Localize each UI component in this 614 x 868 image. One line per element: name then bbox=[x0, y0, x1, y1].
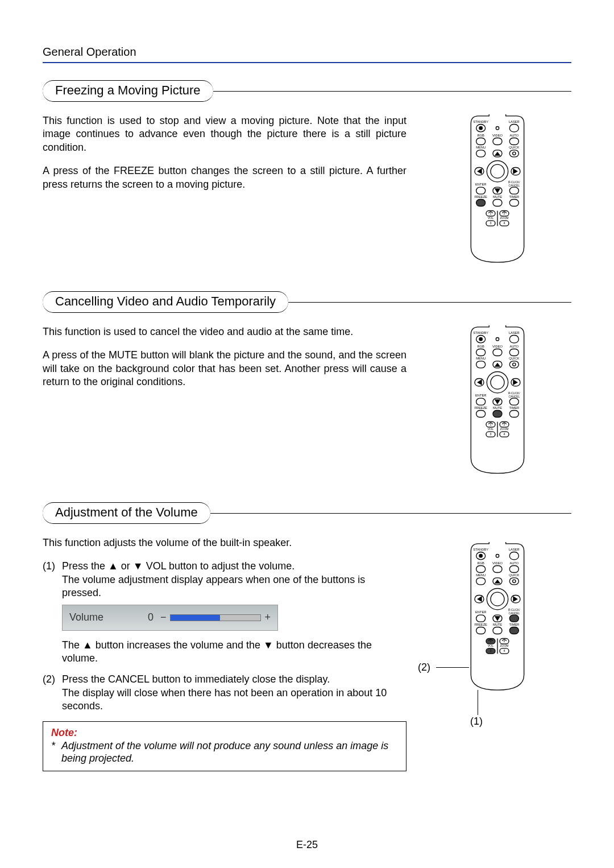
svg-point-102 bbox=[491, 592, 504, 606]
svg-text:CANCEL: CANCEL bbox=[509, 395, 520, 398]
section-3-intro: This function adjusts the volume of the … bbox=[43, 536, 406, 549]
svg-rect-9 bbox=[509, 150, 518, 157]
svg-text:3: 3 bbox=[490, 433, 492, 436]
svg-rect-54 bbox=[509, 361, 518, 368]
svg-rect-95 bbox=[493, 566, 502, 573]
callout-2-label: (2) bbox=[418, 662, 430, 673]
step-1-text: Press the ▲ or ▼ VOL button to adjust th… bbox=[62, 560, 406, 600]
svg-rect-50 bbox=[493, 349, 502, 356]
section-2-title: Cancelling Video and Audio Temporarily bbox=[43, 291, 288, 313]
callout-2-line bbox=[436, 667, 469, 668]
svg-rect-105 bbox=[476, 615, 486, 622]
svg-text:QUICK: QUICK bbox=[509, 146, 519, 149]
step-2-num: (2) bbox=[43, 673, 62, 713]
volume-display: Volume 0 − + bbox=[62, 605, 278, 631]
svg-text:LASER: LASER bbox=[509, 331, 520, 334]
svg-rect-51 bbox=[509, 349, 518, 356]
svg-text:RGB: RGB bbox=[477, 134, 484, 137]
svg-rect-96 bbox=[509, 566, 518, 573]
page-header: General Operation bbox=[43, 46, 571, 63]
volume-value: 0 bbox=[126, 611, 160, 624]
svg-text:R-CLICK/: R-CLICK/ bbox=[508, 392, 520, 395]
svg-rect-94 bbox=[476, 566, 486, 573]
remote-illustration-1: STANDBY LASER RGB VIDEO AUTO MENU QUICK … bbox=[424, 114, 571, 266]
note-star: * bbox=[51, 739, 61, 765]
svg-text:ENTER: ENTER bbox=[475, 394, 486, 398]
volume-plus: + bbox=[264, 611, 271, 624]
remote-illustration-2: STANDBY LASER RGB VIDEO AUTO MENU QUICK … bbox=[424, 325, 571, 477]
svg-rect-109 bbox=[493, 627, 502, 634]
header-label: General Operation bbox=[43, 46, 571, 59]
svg-text:TIMER: TIMER bbox=[509, 406, 519, 410]
svg-text:2: 2 bbox=[504, 639, 505, 643]
svg-rect-5 bbox=[493, 138, 502, 145]
svg-rect-65 bbox=[509, 411, 518, 418]
svg-text:FREEZE: FREEZE bbox=[474, 195, 487, 199]
section-1-title: Freezing a Moving Picture bbox=[43, 80, 213, 102]
svg-text:FREEZE: FREEZE bbox=[474, 623, 487, 626]
note-title: Note: bbox=[51, 726, 398, 739]
section-2-p2: A press of the MUTE button will blank th… bbox=[43, 349, 406, 388]
section-1-p1: This function is used to stop and view a… bbox=[43, 114, 406, 154]
svg-text:VOL: VOL bbox=[488, 216, 493, 220]
svg-rect-20 bbox=[509, 200, 518, 206]
callout-1-label: (1) bbox=[470, 716, 483, 728]
svg-text:RGB: RGB bbox=[477, 561, 484, 565]
svg-text:CANCEL: CANCEL bbox=[509, 184, 520, 187]
svg-rect-15 bbox=[476, 187, 486, 194]
svg-text:ZOOM: ZOOM bbox=[500, 427, 508, 431]
svg-text:AUTO: AUTO bbox=[509, 345, 518, 348]
svg-text:3: 3 bbox=[490, 650, 492, 653]
section-2-body: This function is used to cancel the vide… bbox=[43, 325, 571, 477]
svg-text:STANDBY: STANDBY bbox=[473, 548, 488, 551]
svg-text:2: 2 bbox=[504, 212, 505, 215]
svg-text:TIMER: TIMER bbox=[509, 623, 519, 626]
svg-text:VOL: VOL bbox=[488, 644, 493, 647]
svg-text:1: 1 bbox=[490, 423, 492, 426]
svg-text:STANDBY: STANDBY bbox=[473, 120, 488, 123]
svg-point-46 bbox=[479, 338, 482, 341]
svg-text:4: 4 bbox=[504, 433, 505, 436]
svg-text:MUTE: MUTE bbox=[493, 623, 502, 626]
section-3-title: Adjustment of the Volume bbox=[43, 502, 210, 524]
svg-text:MENU: MENU bbox=[476, 573, 486, 577]
svg-point-91 bbox=[479, 555, 482, 557]
section-3-body: This function adjusts the volume of the … bbox=[43, 536, 571, 771]
svg-text:RGB: RGB bbox=[477, 345, 484, 348]
svg-rect-18 bbox=[476, 200, 486, 206]
section-1-p2: A press of the FREEZE button changes the… bbox=[43, 164, 406, 191]
svg-point-12 bbox=[491, 164, 504, 178]
svg-text:MUTE: MUTE bbox=[493, 195, 502, 199]
svg-text:QUICK: QUICK bbox=[509, 573, 519, 577]
svg-text:VIDEO: VIDEO bbox=[492, 561, 503, 565]
svg-rect-52 bbox=[476, 361, 486, 368]
svg-rect-108 bbox=[476, 627, 486, 634]
svg-rect-63 bbox=[476, 411, 486, 418]
svg-text:VIDEO: VIDEO bbox=[492, 134, 503, 137]
svg-text:ZOOM: ZOOM bbox=[500, 216, 508, 220]
svg-point-92 bbox=[496, 555, 499, 557]
svg-text:MENU: MENU bbox=[476, 357, 486, 360]
svg-text:LASER: LASER bbox=[509, 548, 520, 551]
svg-text:R-CLICK/: R-CLICK/ bbox=[508, 609, 520, 612]
section-2-heading: Cancelling Video and Audio Temporarily bbox=[43, 291, 571, 313]
volume-bar-track bbox=[170, 614, 262, 621]
callout-1-line bbox=[478, 690, 478, 715]
svg-text:AUTO: AUTO bbox=[509, 134, 518, 137]
svg-text:STANDBY: STANDBY bbox=[473, 331, 488, 334]
volume-minus: − bbox=[160, 611, 167, 624]
svg-point-1 bbox=[479, 127, 482, 130]
svg-text:MUTE: MUTE bbox=[493, 406, 502, 410]
svg-text:ENTER: ENTER bbox=[475, 183, 486, 187]
svg-text:R-CLICK/: R-CLICK/ bbox=[508, 181, 520, 184]
svg-rect-110 bbox=[509, 627, 518, 634]
svg-text:ZOOM: ZOOM bbox=[500, 644, 508, 647]
svg-text:LASER: LASER bbox=[509, 120, 520, 123]
svg-rect-17 bbox=[509, 187, 518, 194]
svg-text:FREEZE: FREEZE bbox=[474, 406, 487, 410]
svg-point-47 bbox=[496, 338, 499, 341]
svg-text:ENTER: ENTER bbox=[475, 611, 486, 614]
svg-text:1: 1 bbox=[490, 212, 492, 215]
svg-rect-19 bbox=[493, 200, 502, 206]
section-2-p1: This function is used to cancel the vide… bbox=[43, 325, 406, 338]
